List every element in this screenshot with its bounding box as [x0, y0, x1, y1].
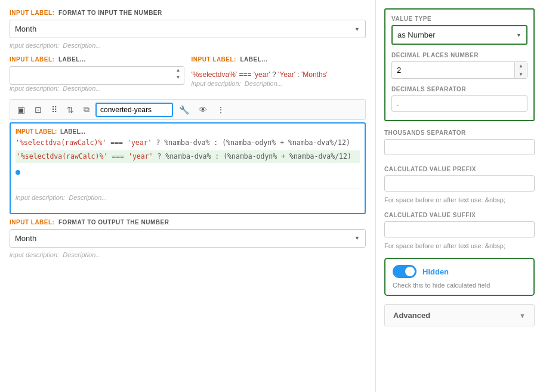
format-output-section-label: INPUT LABEL: FORMAT TO OUTPUT THE NUMBER: [10, 219, 366, 226]
label-col1: INPUT LABEL: LABEL... ▲ ▼ input descript…: [10, 56, 184, 99]
label-col2-desc-label: input description:: [192, 80, 241, 87]
format-input-section-label: INPUT LABEL: FORMAT TO INPUT THE NUMBER: [10, 10, 366, 16]
format-input-title: FORMAT TO INPUT THE NUMBER: [58, 10, 162, 16]
label-col1-desc: input description: Description...: [10, 85, 184, 92]
label-col1-down[interactable]: ▼: [173, 74, 184, 81]
toolbar-btn-dots[interactable]: ⠿: [48, 103, 61, 117]
advanced-label: Advanced: [393, 311, 430, 320]
decimal-places-label: DECIMAL PLACES NUMBER: [391, 52, 527, 58]
label-col1-title: LABEL...: [58, 56, 86, 63]
hidden-section: Hidden Check this to hide calculated fie…: [384, 258, 535, 296]
format-input-select-wrapper: Month: [10, 20, 366, 38]
decimals-sep-label: DECIMALS SEPARATOR: [391, 86, 527, 92]
calc-suffix-input[interactable]: [384, 221, 535, 237]
value-type-section: VALUE TYPE as Number DECIMAL PLACES NUMB…: [384, 8, 535, 121]
label-col2-header: INPUT LABEL: LABEL...: [192, 56, 366, 63]
calc-prefix-label: CALCULATED VALUE PREFIX: [384, 166, 535, 172]
decimal-places-down[interactable]: ▼: [515, 70, 527, 79]
toolbar: ▣ ⊡ ⠿ ⇅ ⧉ 🔧 👁 ⋮: [10, 99, 366, 120]
calc-suffix-hint: For space before or after text use: &nbs…: [384, 242, 535, 249]
toolbar-btn-copy[interactable]: ⧉: [80, 102, 93, 117]
toggle-slider: [393, 265, 416, 278]
value-type-label: VALUE TYPE: [391, 16, 527, 22]
thousands-sep-input[interactable]: [384, 139, 535, 155]
code-area-footer: [16, 168, 360, 177]
hidden-hint: Check this to hide calculated field: [393, 282, 526, 289]
label-col2-desc-placeholder: Description...: [245, 80, 283, 87]
code-area-desc-placeholder: Description...: [69, 194, 107, 201]
hidden-label: Hidden: [422, 267, 449, 276]
format-output-desc-placeholder: Description...: [63, 251, 101, 258]
code-area-desc: input description: Description...: [16, 194, 360, 201]
toolbar-name-input[interactable]: [95, 103, 173, 117]
format-input-desc-label: input description:: [10, 42, 59, 49]
label-col1-up[interactable]: ▲: [173, 67, 184, 74]
label-col2-title: LABEL...: [240, 56, 268, 63]
thousands-sep-section: THOUSANDS SEPARATOR: [384, 129, 535, 158]
calc-suffix-section: CALCULATED VALUE SUFFIX For space before…: [384, 212, 535, 249]
format-output-select-wrapper: Month: [10, 229, 366, 248]
decimal-places-wrapper: ▲ ▼: [391, 61, 527, 79]
format-input-select[interactable]: Month: [10, 20, 366, 38]
calc-suffix-label: CALCULATED VALUE SUFFIX: [384, 212, 535, 218]
code-area-label-text: INPUT LABEL:: [16, 128, 57, 135]
right-panel: VALUE TYPE as Number DECIMAL PLACES NUMB…: [376, 0, 543, 392]
code-area-desc-label: input description:: [16, 194, 65, 201]
format-input-label: INPUT LABEL:: [10, 10, 54, 16]
toolbar-btn-arrows[interactable]: ⇅: [63, 103, 78, 117]
code-area: INPUT LABEL: LABEL... '%selectdva(rawCal…: [10, 122, 366, 214]
advanced-row[interactable]: Advanced ▼: [384, 304, 535, 326]
code-line-2: '%selectdva(rawCalc)%' === 'year' ? %nam…: [16, 150, 360, 162]
label-col1-desc-placeholder: Description...: [63, 85, 101, 92]
chevron-down-icon: ▼: [519, 312, 526, 319]
toolbar-btn-eye[interactable]: 👁: [195, 103, 211, 117]
thousands-sep-label: THOUSANDS SEPARATOR: [384, 129, 535, 136]
toolbar-btn-cursor[interactable]: ⊡: [31, 103, 45, 117]
toolbar-btn-wrench[interactable]: 🔧: [175, 103, 193, 117]
format-output-title: FORMAT TO OUTPUT THE NUMBER: [58, 219, 169, 226]
decimal-places-input[interactable]: [391, 61, 514, 79]
toolbar-btn-more[interactable]: ⋮: [213, 103, 229, 117]
format-output-desc: input description: Description...: [10, 251, 366, 258]
label-col1-input-wrapper: ▲ ▼: [10, 66, 184, 85]
format-output-select[interactable]: Month: [10, 229, 366, 248]
toolbar-btn-grid[interactable]: ▣: [14, 103, 29, 117]
format-input-desc: input description: Description...: [10, 42, 366, 49]
label-col1-spinner: ▲ ▼: [173, 66, 184, 85]
format-output-label: INPUT LABEL:: [10, 219, 54, 226]
code-area-title: LABEL...: [60, 128, 85, 135]
hidden-toggle[interactable]: [393, 265, 416, 278]
label-col1-input[interactable]: [10, 66, 173, 85]
format-output-desc-label: input description:: [10, 251, 59, 258]
decimal-places-up[interactable]: ▲: [515, 62, 527, 70]
label-col2-label: INPUT LABEL:: [192, 56, 236, 63]
calc-prefix-section: CALCULATED VALUE PREFIX For space before…: [384, 166, 535, 203]
code-line-1: '%selectdva(rawCalc)%' === 'year' ? %nam…: [16, 137, 360, 148]
label-col2-desc: input description: Description...: [192, 80, 366, 87]
label-col2: INPUT LABEL: LABEL... '%selectdva%' === …: [192, 56, 366, 99]
label-col1-header: INPUT LABEL: LABEL...: [10, 56, 184, 63]
label-col1-desc-label: input description:: [10, 85, 59, 92]
label-col2-formula: '%selectdva%' === 'year' ? 'Year' : 'Mon…: [192, 66, 366, 80]
format-input-desc-placeholder: Description...: [63, 42, 101, 49]
code-area-label: INPUT LABEL: LABEL...: [16, 128, 360, 135]
calc-prefix-input[interactable]: [384, 175, 535, 192]
toggle-row: Hidden: [393, 265, 526, 278]
calc-prefix-hint: For space before or after text use: &nbs…: [384, 196, 535, 203]
decimals-sep-input[interactable]: [391, 95, 527, 112]
label-col1-label: INPUT LABEL:: [10, 56, 54, 63]
value-type-select-wrapper: as Number: [391, 25, 527, 45]
value-type-select[interactable]: as Number: [391, 25, 527, 45]
decimal-places-spinner: ▲ ▼: [514, 61, 527, 79]
left-panel: INPUT LABEL: FORMAT TO INPUT THE NUMBER …: [0, 0, 376, 392]
blue-dot: [16, 170, 20, 175]
